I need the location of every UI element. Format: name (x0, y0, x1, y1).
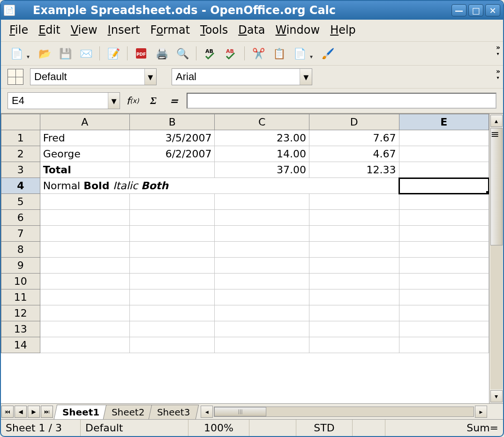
cell[interactable] (399, 289, 489, 305)
prev-sheet-button[interactable]: ◀ (15, 406, 27, 418)
formula-input[interactable] (187, 93, 496, 109)
status-selection-mode[interactable]: STD (296, 420, 353, 436)
row-header[interactable]: 8 (1, 242, 40, 258)
row-header[interactable]: 2 (1, 146, 40, 162)
minimize-button[interactable]: — (451, 4, 466, 16)
menu-window[interactable]: Window (276, 23, 320, 37)
cell[interactable] (40, 210, 129, 226)
cell[interactable] (215, 289, 309, 305)
sheet-tab[interactable]: Sheet2 (103, 405, 153, 419)
last-sheet-button[interactable]: ⏭ (41, 406, 53, 418)
next-sheet-button[interactable]: ▶ (28, 406, 40, 418)
cell[interactable]: 37.00 (215, 162, 309, 178)
cell[interactable] (399, 178, 489, 194)
cell[interactable]: Total (40, 162, 129, 178)
cell[interactable] (215, 321, 309, 337)
auto-spellcheck-button[interactable]: AB (222, 44, 240, 62)
name-box-input[interactable] (8, 94, 108, 108)
cell[interactable] (399, 210, 489, 226)
open-button[interactable]: 📂 (36, 44, 53, 62)
cell[interactable] (130, 242, 215, 258)
paste-button[interactable]: 📄 (291, 44, 308, 62)
cell[interactable]: Fred (40, 130, 129, 146)
format-paintbrush-button[interactable]: 🖌️ (319, 44, 337, 62)
cell[interactable] (399, 226, 489, 242)
row-header[interactable]: 3 (1, 162, 40, 178)
vscroll-track[interactable]: ≡ (490, 128, 503, 389)
row-header[interactable]: 12 (1, 305, 40, 321)
cell[interactable] (130, 210, 215, 226)
cell[interactable] (215, 226, 309, 242)
status-sum[interactable]: Sum= (385, 420, 503, 436)
cell[interactable] (130, 305, 215, 321)
cell[interactable] (40, 226, 129, 242)
cell[interactable] (215, 194, 309, 210)
cell[interactable] (130, 226, 215, 242)
column-header[interactable]: E (399, 114, 489, 130)
email-button[interactable]: ✉️ (77, 44, 95, 62)
cell[interactable] (130, 194, 215, 210)
cell[interactable] (40, 321, 129, 337)
menu-edit[interactable]: Edit (38, 23, 60, 37)
sheet-table[interactable]: ABCDE 1Fred3/5/200723.007.672George6/2/2… (1, 114, 489, 353)
cell[interactable] (309, 337, 399, 353)
cell[interactable] (40, 242, 129, 258)
cell[interactable] (399, 321, 489, 337)
menu-data[interactable]: Data (238, 23, 265, 37)
cell[interactable] (215, 274, 309, 289)
cell[interactable] (309, 242, 399, 258)
cell[interactable] (309, 305, 399, 321)
cell[interactable] (130, 337, 215, 353)
maximize-button[interactable]: □ (468, 4, 483, 16)
cell[interactable] (399, 337, 489, 353)
cell[interactable]: Normal Bold Italic Both (40, 178, 399, 194)
status-insert-mode[interactable] (249, 420, 296, 436)
vscroll-thumb[interactable]: ≡ (490, 128, 503, 245)
hscroll-thumb[interactable]: ||| (214, 407, 266, 416)
save-button[interactable]: 💾 (56, 44, 74, 62)
sum-button[interactable]: Σ (145, 93, 161, 109)
styles-window-button[interactable] (8, 69, 23, 85)
cell[interactable] (399, 194, 489, 210)
cell[interactable] (309, 210, 399, 226)
chevron-down-icon[interactable]: ▾ (300, 69, 312, 85)
row-header[interactable]: 4 (1, 178, 40, 194)
row-header[interactable]: 5 (1, 194, 40, 210)
cell[interactable]: 3/5/2007 (130, 130, 215, 146)
cell[interactable] (399, 130, 489, 146)
column-header[interactable]: D (309, 114, 399, 130)
cell[interactable] (399, 242, 489, 258)
menu-help[interactable]: Help (330, 23, 356, 37)
name-box[interactable]: ▾ (8, 92, 120, 109)
apply-style-combo[interactable]: ▾ (30, 68, 157, 85)
row-header[interactable]: 7 (1, 226, 40, 242)
sheet-tab[interactable]: Sheet1 (54, 405, 108, 419)
function-equals-button[interactable]: = (166, 93, 182, 109)
cell[interactable] (215, 337, 309, 353)
cell[interactable] (40, 337, 129, 353)
cell[interactable] (399, 305, 489, 321)
cell[interactable]: 23.00 (215, 130, 309, 146)
column-header[interactable]: B (130, 114, 215, 130)
edit-doc-button[interactable]: 📝 (105, 44, 122, 62)
toolbar-overflow-button[interactable]: »▾ (496, 67, 500, 80)
cell[interactable] (309, 258, 399, 274)
cell[interactable] (399, 258, 489, 274)
cell[interactable]: 6/2/2007 (130, 146, 215, 162)
row-header[interactable]: 11 (1, 289, 40, 305)
chevron-down-icon[interactable]: ▾ (108, 93, 120, 109)
apply-style-input[interactable] (30, 70, 144, 84)
menu-tools[interactable]: Tools (200, 23, 228, 37)
toolbar-overflow-button[interactable]: »▾ (496, 44, 500, 56)
font-name-input[interactable] (172, 70, 300, 84)
cut-button[interactable]: ✂️ (249, 44, 267, 62)
font-name-combo[interactable]: ▾ (172, 68, 312, 85)
cell[interactable] (309, 289, 399, 305)
cell[interactable] (309, 194, 399, 210)
row-header[interactable]: 6 (1, 210, 40, 226)
cell[interactable] (309, 226, 399, 242)
scroll-left-button[interactable]: ◂ (201, 406, 213, 418)
horizontal-scrollbar[interactable]: ◂ ||| ▸ (200, 405, 488, 419)
close-button[interactable]: ✕ (485, 4, 500, 16)
cell[interactable]: 4.67 (309, 146, 399, 162)
